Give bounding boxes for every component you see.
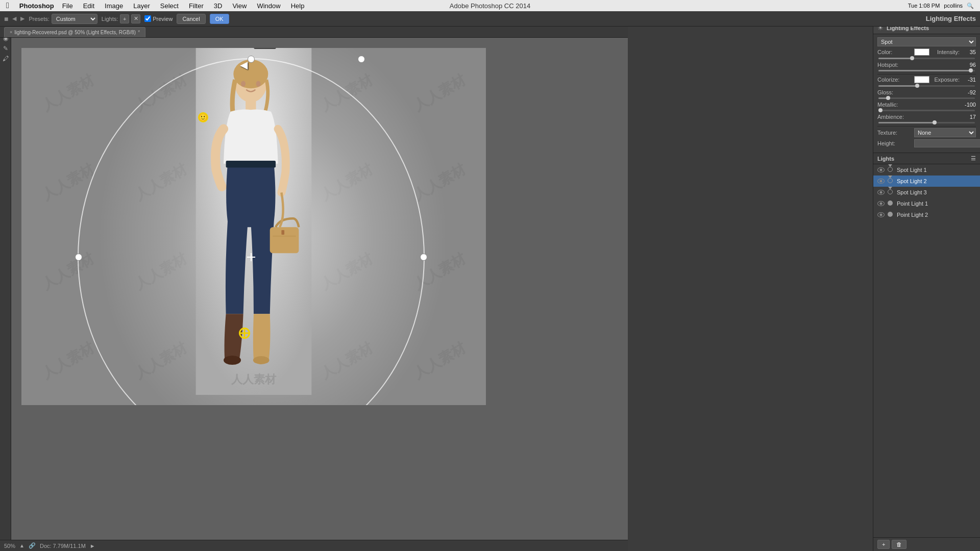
document-tab[interactable]: × lighting-Recovered.psd @ 50% (Light Ef… bbox=[4, 27, 145, 37]
lights-header: Lights ☰ bbox=[873, 153, 980, 164]
metallic-row: Metallic: -100 bbox=[877, 102, 976, 108]
light-name-spot1: Spot Light 1 bbox=[897, 167, 976, 173]
light-type-section: Spot Color: Intensity: 35 Hotspot: 96 bbox=[873, 34, 980, 153]
menu-image[interactable]: Image bbox=[101, 2, 127, 10]
doc-info-arrow[interactable]: ► bbox=[90, 543, 95, 549]
presets-label: Presets: bbox=[29, 16, 49, 22]
cancel-button[interactable]: Cancel bbox=[177, 14, 205, 24]
menu-help[interactable]: Help bbox=[287, 2, 309, 10]
menu-3d[interactable]: 3D bbox=[210, 2, 227, 10]
menu-window[interactable]: Window bbox=[253, 2, 284, 10]
add-light-icon[interactable]: + bbox=[120, 14, 129, 23]
app-name: Photoshop bbox=[15, 2, 58, 10]
presets-select[interactable]: Custom bbox=[52, 14, 97, 24]
remove-light-icon[interactable]: ✕ bbox=[131, 14, 140, 23]
exposure-value: -31 bbox=[968, 77, 976, 83]
exposure-label: Exposure: bbox=[932, 77, 960, 83]
menu-clock: Tue 1:08 PM bbox=[908, 3, 940, 9]
cursor-icon: ◀ bbox=[240, 59, 248, 71]
arrow-right-icon[interactable]: ▶ bbox=[20, 15, 24, 22]
zoom-level: 50% bbox=[4, 543, 15, 549]
hotspot-slider[interactable] bbox=[877, 70, 976, 71]
source-point[interactable] bbox=[239, 328, 250, 339]
point-type-icon-1 bbox=[888, 201, 894, 207]
light-name-point1: Point Light 1 bbox=[897, 201, 976, 207]
gloss-label: Gloss: bbox=[877, 89, 912, 95]
handle-right[interactable] bbox=[420, 254, 427, 261]
light-type-select[interactable]: Spot bbox=[877, 37, 976, 46]
light-item-spot3[interactable]: Spot Light 3 bbox=[873, 187, 980, 198]
spot-type-icon-3 bbox=[888, 189, 894, 195]
lights-panel-icons: ☰ bbox=[971, 155, 976, 162]
light-item-point1[interactable]: Point Light 1 bbox=[873, 198, 980, 209]
lights-panel-menu-icon[interactable]: ☰ bbox=[971, 155, 976, 161]
texture-select[interactable]: None bbox=[914, 128, 976, 137]
metallic-label: Metallic: bbox=[877, 102, 912, 108]
eye-icon-spot1[interactable] bbox=[877, 167, 885, 172]
tab-close-icon[interactable]: × bbox=[10, 30, 12, 35]
preview-checkbox[interactable] bbox=[144, 15, 151, 22]
light-type-row: Spot bbox=[877, 37, 976, 46]
eye-icon-point2[interactable] bbox=[877, 212, 885, 217]
lights-group: Lights: + ✕ bbox=[102, 14, 140, 23]
menu-edit[interactable]: Edit bbox=[79, 2, 99, 10]
ok-button[interactable]: OK bbox=[210, 14, 229, 24]
ambience-row: Ambience: 17 bbox=[877, 114, 976, 120]
height-row: Height: bbox=[877, 139, 976, 147]
texture-label: Texture: bbox=[877, 130, 912, 136]
menu-view[interactable]: View bbox=[228, 2, 251, 10]
image-container[interactable]: 人人素材人人素材人人素材人人素材人人素材 人人素材人人素材人人素材人人素材人人素… bbox=[21, 48, 486, 405]
menu-select[interactable]: Select bbox=[156, 2, 183, 10]
menu-file[interactable]: File bbox=[58, 2, 77, 10]
tool-crop[interactable]: ✎ bbox=[1, 44, 10, 53]
eye-icon-spot2[interactable] bbox=[877, 179, 885, 184]
top-toolbar: ■ ◀ ▶ Presets: Custom Lights: + ✕ Previe… bbox=[0, 11, 980, 27]
tab-dirty-icon: * bbox=[138, 30, 140, 35]
gloss-value: -92 bbox=[968, 89, 976, 95]
height-label: Height: bbox=[877, 140, 912, 146]
intensity-slider[interactable] bbox=[877, 58, 976, 59]
tool-eyedropper[interactable]: 🖍 bbox=[1, 54, 10, 63]
menu-filter[interactable]: Filter bbox=[185, 2, 208, 10]
handle-left[interactable] bbox=[75, 254, 82, 261]
ambience-label: Ambience: bbox=[877, 114, 912, 120]
arrow-left-icon[interactable]: ◀ bbox=[12, 15, 16, 22]
preview-label: Preview bbox=[153, 16, 173, 22]
share-icon[interactable]: 🔗 bbox=[29, 542, 36, 549]
metallic-slider[interactable] bbox=[877, 110, 976, 111]
gloss-row: Gloss: -92 bbox=[877, 89, 976, 95]
spot-type-icon-2 bbox=[888, 178, 894, 184]
light-item-spot2[interactable]: Spot Light 2 bbox=[873, 176, 980, 187]
color-swatch[interactable] bbox=[914, 48, 929, 56]
point-type-icon-2 bbox=[888, 212, 894, 218]
rotate-tooltip: Rotate bbox=[254, 48, 276, 49]
light-item-spot1[interactable]: Spot Light 1 bbox=[873, 164, 980, 176]
preview-group: Preview bbox=[144, 15, 173, 22]
height-input[interactable] bbox=[914, 139, 980, 147]
properties-panel: Properties ☰ ✕ ☀ Lighting Effects Spot C… bbox=[873, 11, 980, 153]
gloss-slider[interactable] bbox=[877, 97, 976, 99]
eye-icon-point1[interactable] bbox=[877, 201, 885, 206]
exposure-slider[interactable] bbox=[877, 85, 976, 87]
presets-group: Presets: Custom bbox=[29, 14, 97, 24]
ps-icon: ■ bbox=[4, 15, 8, 23]
center-handle[interactable] bbox=[247, 253, 255, 261]
search-icon[interactable]: 🔍 bbox=[967, 3, 974, 9]
eye-icon-spot3[interactable] bbox=[877, 190, 885, 195]
add-light-button[interactable]: + bbox=[877, 540, 890, 549]
handle-tr[interactable] bbox=[358, 56, 365, 63]
menu-items: File Edit Image Layer Select Filter 3D V… bbox=[58, 2, 309, 10]
apple-logo-icon[interactable]:  bbox=[0, 1, 15, 10]
color-label: Color: bbox=[877, 49, 912, 55]
lights-panel: Lights ☰ Spot Light 1 Spot Light 2 bbox=[873, 153, 980, 551]
left-tools: ▶ □ ◉ ✎ 🖍 bbox=[0, 11, 11, 551]
colorize-swatch[interactable] bbox=[914, 76, 929, 83]
light-item-point2[interactable]: Point Light 2 bbox=[873, 209, 980, 220]
delete-light-button[interactable]: 🗑 bbox=[892, 540, 906, 549]
hotspot-row: Hotspot: 96 bbox=[877, 62, 976, 68]
zoom-icon[interactable]: ▲ bbox=[19, 543, 24, 548]
menu-layer[interactable]: Layer bbox=[129, 2, 154, 10]
handle-top[interactable] bbox=[248, 56, 255, 63]
light-name-spot3: Spot Light 3 bbox=[897, 189, 976, 195]
ambience-slider[interactable] bbox=[877, 122, 976, 123]
